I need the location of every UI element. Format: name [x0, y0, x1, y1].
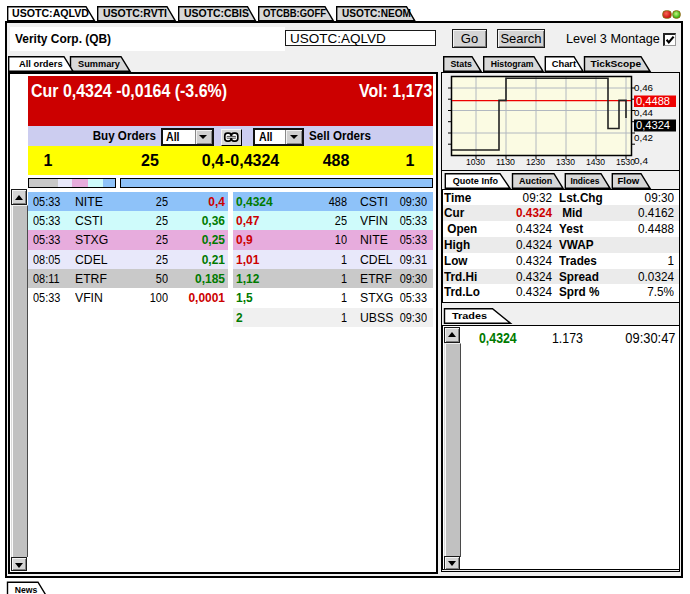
- svg-text:Quote Info: Quote Info: [453, 176, 499, 186]
- svg-text:Flow: Flow: [618, 176, 641, 186]
- svg-text:0,4: 0,4: [634, 155, 649, 166]
- svg-text:1430: 1430: [586, 156, 605, 167]
- svg-text:Auction: Auction: [519, 176, 553, 186]
- svg-text:Trades: Trades: [452, 311, 487, 321]
- svg-text:All orders: All orders: [19, 59, 63, 69]
- svg-text:Stats: Stats: [451, 59, 473, 69]
- svg-text:0,44: 0,44: [634, 107, 654, 118]
- svg-text:OTCBB:GOFF: OTCBB:GOFF: [263, 8, 326, 19]
- svg-text:USOTC:CBIS: USOTC:CBIS: [184, 8, 249, 19]
- svg-text:1130: 1130: [496, 156, 515, 167]
- svg-text:0,46: 0,46: [634, 82, 654, 93]
- svg-text:0,42: 0,42: [634, 132, 653, 143]
- svg-text:0,4488: 0,4488: [636, 95, 670, 107]
- svg-text:Indices: Indices: [570, 176, 599, 186]
- svg-text:USOTC:NEOM: USOTC:NEOM: [342, 8, 411, 19]
- svg-text:USOTC:AQLVD: USOTC:AQLVD: [12, 8, 89, 19]
- svg-text:Chart: Chart: [552, 59, 576, 69]
- svg-text:0,4324: 0,4324: [636, 119, 670, 131]
- svg-text:1230: 1230: [526, 156, 545, 167]
- svg-text:Histogram: Histogram: [491, 59, 534, 69]
- svg-text:USOTC:RVTI: USOTC:RVTI: [103, 8, 167, 19]
- svg-text:1530: 1530: [616, 156, 635, 167]
- svg-text:News: News: [15, 585, 38, 594]
- svg-text:1030: 1030: [466, 156, 485, 167]
- svg-text:Summary: Summary: [78, 59, 121, 69]
- svg-text:TickScope: TickScope: [590, 59, 641, 69]
- svg-text:1330: 1330: [556, 156, 575, 167]
